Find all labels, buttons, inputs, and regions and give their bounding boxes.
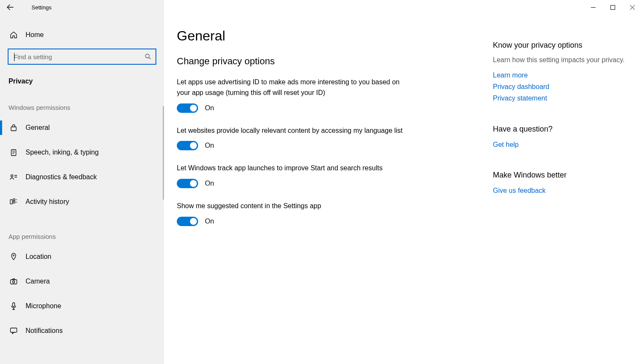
search-icon — [145, 54, 151, 60]
sidebar-item-activity[interactable]: Activity history — [0, 189, 164, 214]
clipboard-icon — [9, 149, 18, 156]
side-text: Learn how this setting impacts your priv… — [493, 55, 625, 65]
camera-icon — [9, 278, 18, 285]
sidebar-item-label: Camera — [26, 278, 50, 285]
toggle-suggested-content[interactable] — [177, 217, 198, 226]
sidebar-item-label: Speech, inking, & typing — [26, 149, 99, 156]
toggle-state-label: On — [205, 142, 214, 149]
content-pane: General Change privacy options Let apps … — [164, 14, 642, 364]
maximize-button[interactable] — [603, 0, 622, 14]
sidebar-item-notifications[interactable]: Notifications — [0, 318, 164, 343]
setting-desc: Let websites provide locally relevant co… — [177, 126, 407, 136]
setting-advertising-id: Let apps use advertising ID to make ads … — [177, 77, 407, 113]
side-block-privacy-options: Know your privacy options Learn how this… — [493, 41, 625, 104]
link-privacy-dashboard[interactable]: Privacy dashboard — [493, 81, 625, 92]
close-button[interactable] — [622, 0, 642, 14]
toggle-state-label: On — [205, 218, 214, 225]
svg-rect-6 — [13, 199, 15, 201]
sidebar: Home Privacy Windows permissions General — [0, 14, 164, 364]
section-subtitle: Change privacy options — [177, 56, 475, 67]
link-privacy-statement[interactable]: Privacy statement — [493, 92, 625, 104]
side-heading: Make Windows better — [493, 171, 625, 180]
sidebar-item-label: Activity history — [26, 198, 69, 206]
toggle-app-launches[interactable] — [177, 179, 198, 188]
lock-icon — [9, 124, 18, 132]
group-label: Windows permissions — [0, 85, 164, 115]
toggle-knob — [190, 180, 197, 187]
sidebar-item-microphone[interactable]: Microphone — [0, 294, 164, 318]
sidebar-item-label: Location — [26, 253, 52, 261]
svg-rect-2 — [11, 127, 16, 131]
side-block-question: Have a question? Get help — [493, 125, 625, 150]
toggle-language-list[interactable] — [177, 141, 198, 150]
sidebar-item-general[interactable]: General — [0, 115, 164, 140]
setting-desc: Let Windows track app launches to improv… — [177, 163, 407, 174]
feedback-icon — [9, 174, 18, 181]
setting-app-launches: Let Windows track app launches to improv… — [177, 163, 407, 188]
toggle-knob — [190, 105, 197, 112]
toggle-knob — [190, 218, 197, 225]
setting-language-list: Let websites provide locally relevant co… — [177, 126, 407, 151]
text-caret — [14, 53, 14, 61]
microphone-icon — [9, 302, 18, 310]
toggle-knob — [190, 142, 197, 149]
sidebar-item-speech[interactable]: Speech, inking, & typing — [0, 140, 164, 165]
content-side: Know your privacy options Learn how this… — [493, 28, 629, 364]
arrow-left-icon — [7, 4, 14, 11]
section-label: Privacy — [0, 65, 164, 85]
setting-desc: Show me suggested content in the Setting… — [177, 201, 407, 212]
home-button[interactable]: Home — [0, 24, 164, 46]
group-label: App permissions — [0, 214, 164, 244]
toggle-state-label: On — [205, 180, 214, 187]
side-block-feedback: Make Windows better Give us feedback — [493, 171, 625, 196]
close-icon — [630, 5, 635, 10]
home-label: Home — [26, 31, 44, 39]
titlebar: Settings — [0, 0, 642, 14]
sidebar-item-label: Notifications — [26, 327, 63, 335]
minimize-button[interactable] — [583, 0, 603, 14]
toggle-advertising-id[interactable] — [177, 103, 198, 113]
side-heading: Have a question? — [493, 125, 625, 134]
back-button[interactable] — [0, 0, 20, 14]
sidebar-item-label: Diagnostics & feedback — [26, 173, 97, 181]
toggle-state-label: On — [205, 104, 214, 112]
notifications-icon — [9, 327, 18, 334]
setting-desc: Let apps use advertising ID to make ads … — [177, 77, 407, 98]
svg-point-10 — [13, 281, 15, 283]
sidebar-item-camera[interactable]: Camera — [0, 269, 164, 294]
sidebar-item-label: Microphone — [26, 302, 61, 310]
setting-suggested-content: Show me suggested content in the Setting… — [177, 201, 407, 226]
content-main: General Change privacy options Let apps … — [177, 28, 475, 364]
svg-rect-5 — [10, 200, 12, 204]
svg-rect-12 — [11, 328, 17, 332]
page-title: General — [177, 28, 475, 44]
window-controls — [583, 0, 642, 14]
link-learn-more[interactable]: Learn more — [493, 69, 625, 81]
activity-icon — [9, 198, 18, 205]
location-icon — [9, 253, 18, 261]
svg-rect-9 — [11, 280, 17, 284]
minimize-icon — [591, 5, 596, 10]
svg-rect-7 — [13, 201, 15, 203]
search-input[interactable] — [9, 53, 155, 60]
svg-point-1 — [146, 54, 150, 58]
home-icon — [9, 31, 18, 39]
search-box[interactable] — [8, 49, 156, 65]
side-heading: Know your privacy options — [493, 41, 625, 50]
sidebar-item-location[interactable]: Location — [0, 244, 164, 269]
svg-point-4 — [11, 175, 13, 177]
svg-point-8 — [13, 255, 14, 256]
svg-rect-11 — [13, 303, 15, 307]
svg-rect-0 — [610, 5, 615, 9]
sidebar-item-label: General — [26, 124, 50, 132]
maximize-icon — [610, 5, 615, 10]
sidebar-item-diagnostics[interactable]: Diagnostics & feedback — [0, 165, 164, 189]
link-get-help[interactable]: Get help — [493, 139, 625, 150]
link-give-feedback[interactable]: Give us feedback — [493, 185, 625, 196]
app-title: Settings — [32, 4, 52, 11]
